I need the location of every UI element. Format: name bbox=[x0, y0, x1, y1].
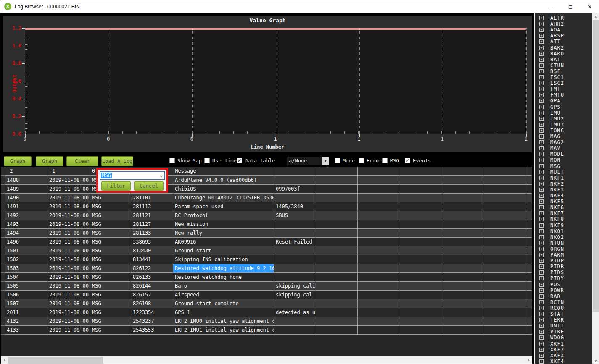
expand-plus-icon[interactable]: + bbox=[539, 16, 544, 20]
tree-item-mag[interactable]: +MAG bbox=[535, 134, 592, 139]
table-cell[interactable]: 826133 bbox=[131, 273, 173, 282]
table-cell[interactable]: skipping calibrat… bbox=[274, 282, 316, 291]
show-map-checkbox[interactable] bbox=[169, 158, 175, 163]
table-cell[interactable] bbox=[358, 299, 400, 308]
table-cell[interactable] bbox=[400, 220, 442, 229]
table-cell[interactable]: 1502 bbox=[5, 255, 47, 264]
expand-plus-icon[interactable]: + bbox=[539, 205, 544, 209]
table-cell[interactable]: Baro bbox=[173, 282, 274, 291]
table-cell[interactable] bbox=[442, 299, 484, 308]
tree-item-aetr[interactable]: +AETR bbox=[535, 15, 592, 21]
sidebar-vertical-scrollbar[interactable]: ∧ ∨ bbox=[592, 13, 599, 364]
expand-plus-icon[interactable]: + bbox=[539, 111, 544, 115]
table-cell[interactable] bbox=[526, 264, 532, 273]
tree-item-imu2[interactable]: +IMU2 bbox=[535, 116, 592, 122]
tree-item-gpa[interactable]: +GPA bbox=[535, 98, 592, 104]
table-cell[interactable] bbox=[400, 176, 442, 185]
tree-item-mav[interactable]: +MAV bbox=[535, 145, 592, 151]
table-cell[interactable] bbox=[442, 194, 484, 202]
errors-checkbox[interactable] bbox=[359, 158, 364, 163]
tree-item-rcin[interactable]: +RCIN bbox=[535, 299, 592, 305]
expand-plus-icon[interactable]: + bbox=[539, 34, 544, 38]
expand-plus-icon[interactable]: + bbox=[539, 146, 544, 150]
table-cell[interactable]: 813441 bbox=[131, 255, 173, 264]
table-cell[interactable] bbox=[400, 238, 442, 246]
table-cell[interactable]: 2019-11-08 00:5… bbox=[47, 326, 90, 335]
table-cell[interactable] bbox=[526, 185, 532, 194]
expand-plus-icon[interactable]: + bbox=[539, 348, 544, 352]
table-cell[interactable] bbox=[274, 220, 316, 229]
tree-item-nkf8[interactable]: +NKF8 bbox=[535, 216, 592, 222]
tree-item-terr[interactable]: +TERR bbox=[535, 317, 592, 323]
table-cell[interactable] bbox=[526, 299, 532, 308]
expand-plus-icon[interactable]: + bbox=[539, 312, 544, 316]
tree-item-ntun[interactable]: +NTUN bbox=[535, 240, 592, 246]
expand-plus-icon[interactable]: + bbox=[539, 276, 544, 280]
tree-item-nkf2[interactable]: +NKF2 bbox=[535, 181, 592, 187]
table-cell[interactable] bbox=[400, 273, 442, 282]
row-header[interactable] bbox=[1, 308, 5, 317]
table-cell[interactable]: Param space used bbox=[173, 202, 274, 211]
table-cell[interactable]: MSG bbox=[90, 317, 131, 326]
table-cell[interactable]: 2019-11-08 00:5… bbox=[47, 299, 90, 308]
table-cell[interactable]: 1504 bbox=[5, 273, 47, 282]
table-cell[interactable]: CubeOrange 00148012 3137510B 35363934 bbox=[173, 194, 274, 202]
expand-plus-icon[interactable]: + bbox=[539, 354, 544, 358]
table-cell[interactable] bbox=[526, 273, 532, 282]
table-cell[interactable]: MSG bbox=[90, 238, 131, 246]
tree-item-xkf2[interactable]: +XKF2 bbox=[535, 347, 592, 353]
row-header[interactable] bbox=[1, 317, 5, 326]
tree-item-nkf4[interactable]: +NKF4 bbox=[535, 193, 592, 199]
table-cell[interactable]: 2019-11-08 00:5… bbox=[47, 211, 90, 220]
expand-plus-icon[interactable]: + bbox=[539, 235, 544, 239]
table-cell[interactable] bbox=[526, 308, 532, 317]
table-cell[interactable] bbox=[316, 308, 358, 317]
table-cell[interactable]: 2543553 bbox=[131, 326, 173, 335]
table-cell[interactable] bbox=[400, 299, 442, 308]
table-cell[interactable] bbox=[274, 255, 316, 264]
table-cell[interactable]: 281127 bbox=[131, 220, 173, 229]
expand-plus-icon[interactable]: + bbox=[539, 288, 544, 293]
table-cell[interactable] bbox=[316, 282, 358, 291]
tree-item-imu3[interactable]: +IMU3 bbox=[535, 122, 592, 128]
filter-field-dropdown[interactable]: MSG ⌄ bbox=[100, 171, 165, 180]
table-cell[interactable] bbox=[484, 246, 526, 255]
table-cell[interactable] bbox=[358, 264, 400, 273]
table-cell[interactable] bbox=[442, 326, 484, 335]
table-cell[interactable]: 1223354 bbox=[131, 308, 173, 317]
table-cell[interactable] bbox=[400, 211, 442, 220]
table-cell[interactable]: 2019-11-08 00:5… bbox=[47, 194, 90, 202]
table-cell[interactable]: Airspeed bbox=[173, 291, 274, 299]
expand-plus-icon[interactable]: + bbox=[539, 117, 544, 121]
table-cell[interactable] bbox=[358, 202, 400, 211]
tree-item-bat[interactable]: +BAT bbox=[535, 57, 592, 63]
clear-graph-button[interactable]: Clear Graph bbox=[66, 156, 98, 166]
table-cell[interactable]: ArduPlane V4.0.0 (aad00db6) bbox=[173, 176, 274, 185]
table-cell[interactable] bbox=[316, 238, 358, 246]
table-cell[interactable] bbox=[316, 273, 358, 282]
table-cell[interactable] bbox=[442, 238, 484, 246]
table-cell[interactable] bbox=[400, 229, 442, 238]
graph-left-button[interactable]: Graph Left bbox=[4, 156, 32, 166]
row-header[interactable] bbox=[1, 211, 5, 220]
expand-plus-icon[interactable]: + bbox=[539, 81, 544, 85]
tree-item-nkq1[interactable]: +NKQ1 bbox=[535, 228, 592, 234]
table-cell[interactable] bbox=[274, 317, 316, 326]
tree-item-orgn[interactable]: +ORGN bbox=[535, 246, 592, 252]
maximize-button[interactable]: □ bbox=[561, 0, 580, 13]
table-cell[interactable] bbox=[442, 211, 484, 220]
expand-plus-icon[interactable]: + bbox=[539, 69, 544, 73]
table-cell[interactable]: Restored watchdog attitude 9 2 160 bbox=[173, 264, 274, 273]
tree-item-pos[interactable]: +POS bbox=[535, 282, 592, 288]
table-cell[interactable] bbox=[526, 202, 532, 211]
expand-plus-icon[interactable]: + bbox=[539, 52, 544, 56]
graph-plot-area[interactable] bbox=[25, 28, 526, 134]
expand-plus-icon[interactable]: + bbox=[539, 283, 544, 287]
table-cell[interactable]: MSG bbox=[90, 264, 131, 273]
table-cell[interactable] bbox=[442, 291, 484, 299]
table-cell[interactable]: Ground start bbox=[173, 246, 274, 255]
table-cell[interactable]: 1489 bbox=[5, 185, 47, 194]
column-header[interactable]: -1 bbox=[47, 167, 90, 176]
tree-item-baro[interactable]: +BARO bbox=[535, 51, 592, 57]
close-button[interactable]: ✕ bbox=[580, 0, 599, 13]
